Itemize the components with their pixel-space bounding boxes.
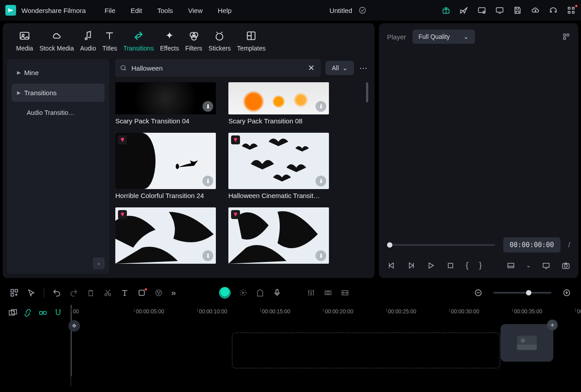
- drop-zone[interactable]: ＋: [232, 333, 500, 368]
- search-input[interactable]: [131, 64, 306, 72]
- transition-card[interactable]: ⬇ Scary Pack Transition 08: [228, 82, 329, 125]
- audio-mixer-button[interactable]: [307, 288, 316, 297]
- tab-stock-media[interactable]: Stock Media: [39, 30, 74, 52]
- prev-frame-button[interactable]: [387, 261, 396, 270]
- tab-filters-label: Filters: [185, 45, 202, 52]
- menu-tools[interactable]: Tools: [157, 7, 173, 14]
- color-tool-button[interactable]: [154, 288, 163, 297]
- zoom-in-button[interactable]: [562, 288, 571, 297]
- collapse-sidebar-button[interactable]: ‹: [93, 257, 105, 269]
- marker-button[interactable]: [256, 288, 265, 297]
- tab-filters[interactable]: Filters: [185, 30, 202, 52]
- support-icon[interactable]: [549, 6, 558, 15]
- text-tool-button[interactable]: [120, 288, 129, 297]
- mark-in-button[interactable]: {: [466, 261, 468, 270]
- tab-transitions[interactable]: Transitions: [123, 30, 154, 52]
- apps-icon[interactable]: [567, 6, 576, 15]
- download-icon[interactable]: ⬇: [202, 101, 213, 112]
- premium-gem-icon: [118, 135, 127, 144]
- sidebar-item-transitions[interactable]: ▶Transitions: [12, 84, 105, 102]
- transition-card[interactable]: ⬇ Horrible Colorful Transition 24: [115, 133, 216, 199]
- transition-card[interactable]: ⬇ Scary Pack Transition 04: [115, 82, 216, 125]
- timeline-tracks[interactable]: ✥ 00 00:00:05:00 00:00:10:00 00:00:15:00…: [71, 305, 581, 387]
- fit-button[interactable]: [341, 288, 349, 297]
- messages-icon[interactable]: [477, 6, 486, 15]
- link-clips-button[interactable]: [23, 308, 32, 383]
- search-icon: [120, 64, 127, 72]
- download-icon[interactable]: ⬇: [316, 101, 326, 112]
- transition-thumbnail: ⬇: [228, 133, 329, 189]
- download-icon[interactable]: ⬇: [202, 250, 213, 261]
- ai-avatar-icon[interactable]: [219, 287, 231, 299]
- mark-out-button[interactable]: }: [479, 261, 482, 270]
- add-media-button[interactable]: ＋: [547, 320, 558, 330]
- media-placeholder[interactable]: ＋: [501, 324, 553, 362]
- scrollbar[interactable]: [366, 82, 368, 102]
- filter-dropdown[interactable]: All ⌄: [325, 61, 354, 75]
- cloud-icon[interactable]: [531, 6, 540, 15]
- download-icon[interactable]: ⬇: [202, 176, 213, 186]
- gift-icon[interactable]: [442, 6, 450, 15]
- save-icon[interactable]: [513, 6, 522, 15]
- ripple-button[interactable]: [38, 308, 47, 383]
- download-icon[interactable]: ⬇: [316, 176, 326, 186]
- cut-button[interactable]: [103, 288, 112, 297]
- add-track-button[interactable]: [8, 308, 17, 383]
- redo-button[interactable]: [69, 288, 78, 297]
- tab-stickers[interactable]: Stickers: [209, 30, 231, 52]
- transition-card[interactable]: ⬇: [228, 207, 329, 266]
- transition-card[interactable]: ⬇ Halloween Cinematic Transit…: [228, 133, 329, 199]
- stop-button[interactable]: [446, 261, 455, 270]
- layout-button[interactable]: [10, 288, 19, 297]
- keyframe-button[interactable]: [324, 288, 333, 297]
- delete-button[interactable]: [86, 288, 95, 297]
- svg-rect-22: [543, 263, 549, 267]
- aspect-button[interactable]: [506, 261, 515, 270]
- tab-media[interactable]: Media: [16, 30, 33, 52]
- time-ruler[interactable]: 00 00:00:05:00 00:00:10:00 00:00:15:00 0…: [71, 305, 581, 318]
- menu-view[interactable]: View: [188, 7, 202, 14]
- svg-point-12: [193, 32, 198, 37]
- menu-file[interactable]: File: [105, 7, 115, 14]
- zoom-knob[interactable]: [526, 290, 531, 295]
- svg-point-16: [176, 164, 179, 169]
- sync-status-icon[interactable]: [358, 6, 366, 14]
- player-progress[interactable]: [387, 244, 495, 246]
- tab-templates[interactable]: Templates: [237, 30, 265, 52]
- tab-titles[interactable]: Titles: [102, 30, 117, 52]
- search-box[interactable]: ✕: [115, 59, 321, 77]
- player-quality-dropdown[interactable]: Full Quality ⌄: [413, 30, 475, 44]
- clear-search-button[interactable]: ✕: [306, 63, 316, 73]
- snapshot-button[interactable]: [561, 261, 570, 270]
- undo-button[interactable]: [52, 288, 61, 297]
- tab-audio[interactable]: Audio: [80, 30, 96, 52]
- render-button[interactable]: [239, 288, 248, 297]
- download-icon[interactable]: ⬇: [316, 250, 326, 261]
- transitions-grid: ⬇ Scary Pack Transition 04 ⬇ Scary Pack …: [115, 82, 368, 266]
- screen-icon[interactable]: [495, 6, 504, 15]
- snap-button[interactable]: [54, 308, 63, 383]
- more-options-button[interactable]: ⋯: [358, 63, 368, 73]
- fullscreen-button[interactable]: [542, 261, 551, 270]
- playhead-flag-icon[interactable]: ✥: [68, 320, 80, 332]
- zoom-out-button[interactable]: [474, 288, 483, 297]
- menu-edit[interactable]: Edit: [131, 7, 142, 14]
- tab-effects[interactable]: ✦Effects: [160, 30, 179, 52]
- sidebar-item-mine[interactable]: ▶Mine: [12, 63, 105, 82]
- play-button[interactable]: [426, 261, 435, 270]
- select-tool-button[interactable]: [27, 288, 36, 297]
- ruler-tick: 00:00:10:00: [197, 305, 260, 318]
- player-settings-icon[interactable]: [562, 33, 570, 41]
- zoom-slider[interactable]: [493, 292, 552, 294]
- crop-tool-button[interactable]: [137, 288, 146, 297]
- menu-help[interactable]: Help: [218, 7, 232, 14]
- svg-rect-2: [479, 8, 485, 13]
- transition-card[interactable]: ⬇: [115, 207, 216, 266]
- share-icon[interactable]: [459, 6, 468, 15]
- next-frame-button[interactable]: [407, 261, 416, 270]
- sidebar-item-audio-transitions[interactable]: Audio Transitio…: [12, 104, 105, 122]
- more-tools-button[interactable]: »: [171, 288, 176, 298]
- chevron-down-icon[interactable]: ⌄: [526, 262, 531, 269]
- progress-knob[interactable]: [387, 242, 392, 248]
- voiceover-button[interactable]: [273, 288, 282, 297]
